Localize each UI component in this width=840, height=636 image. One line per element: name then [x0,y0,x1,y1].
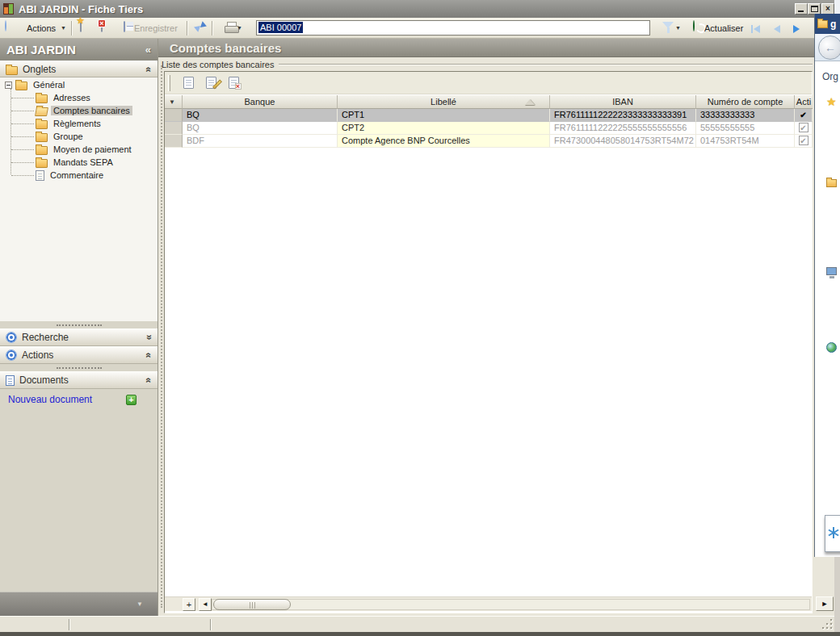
window-resize-grip[interactable] [822,619,833,630]
collapse-chevron-icon[interactable]: « [144,378,155,383]
cell-libelle[interactable]: CPT1 [338,109,550,122]
new-document-link[interactable]: Nouveau document [8,394,126,405]
sidebar-collapse-button[interactable]: « [145,44,151,56]
cancel-record-button[interactable]: × [101,21,103,32]
overlay-navigation-toolbar: ← [815,34,840,61]
libraries-folder-icon[interactable] [826,179,837,187]
document-icon [6,375,15,386]
cell-libelle[interactable]: Compte Agence BNP Courcelles [338,135,550,148]
column-header-banque[interactable]: Banque [183,95,338,109]
bank-accounts-panel: × ▼ Banque Libellé IBAN Numéro de compte… [164,71,813,613]
column-header-numero[interactable]: Numéro de compte [696,95,795,109]
filter-dropdown-icon[interactable]: ▼ [675,25,681,31]
tree-item-reglements[interactable]: Règlements [0,117,158,130]
table-row[interactable]: BQ CPT2 FR7611111222225555555555556 5555… [165,122,812,135]
grid-new-button[interactable] [180,75,196,91]
tree-item-comptes-bancaires[interactable]: Comptes bancaires [0,104,158,117]
grid-edit-button[interactable] [203,75,219,91]
tree-item-mandats-sepa[interactable]: Mandats SEPA [0,156,158,169]
column-header-libelle[interactable]: Libellé [338,95,550,109]
checkbox-checked[interactable]: ✔ [799,136,808,145]
overlay-popup-button[interactable] [825,515,840,552]
cell-actif[interactable]: ✔ [795,122,813,135]
scroll-right-button[interactable]: ► [816,596,834,611]
cell-actif[interactable]: ✔ [795,109,813,122]
add-document-button[interactable]: + [126,395,136,405]
nav-first-button[interactable] [751,23,760,33]
close-button[interactable]: × [821,3,834,15]
organize-menu-fragment[interactable]: Org [822,71,838,82]
row-indicator-cell[interactable] [165,109,183,122]
collapse-chevron-icon[interactable]: « [144,353,155,358]
scrollbar-track[interactable] [212,599,810,610]
cell-iban[interactable]: FR7611111222223333333333391 [550,109,696,122]
grid-delete-button[interactable]: × [225,75,242,91]
documents-section-header[interactable]: Documents « [0,371,158,389]
column-header-actif[interactable]: Acti [795,95,813,109]
grid-header-row: ▼ Banque Libellé IBAN Numéro de compte A… [165,95,812,109]
row-indicator-cell[interactable] [165,122,183,135]
table-row[interactable]: BDF Compte Agence BNP Courcelles FR47300… [165,135,812,148]
actions-section-header[interactable]: Actions « [0,346,158,364]
scrollbar-thumb[interactable] [213,599,291,610]
tree-item-moyen-de-paiement[interactable]: Moyen de paiement [0,143,158,156]
nav-previous-button[interactable] [774,23,780,33]
maximize-button[interactable] [808,3,821,15]
cell-iban[interactable]: FR473000448058014753RT54M72 [550,135,696,148]
add-row-button[interactable]: + [183,598,195,611]
cell-numero[interactable]: 33333333333 [696,109,795,122]
actions-dropdown-icon[interactable]: ▼ [61,25,66,31]
table-row[interactable]: BQ CPT1 FR7611111222223333333333391 3333… [165,109,812,122]
recherche-section-header[interactable]: Recherche « [0,328,158,346]
row-indicator-cell[interactable] [165,135,183,148]
onglets-section-header[interactable]: Onglets « [0,61,158,77]
sidebar-splitter[interactable] [0,321,158,328]
page-title-bar: Comptes bancaires [158,39,814,57]
record-search-input[interactable]: ABI 00007 [256,20,650,36]
cell-numero[interactable]: 55555555555 [696,122,795,135]
save-button[interactable]: Enregistrer [134,23,178,33]
cell-iban[interactable]: FR7611111222225555555555556 [550,122,696,135]
row-indicator-header[interactable]: ▼ [165,95,183,109]
tree-item-commentaire[interactable]: Commentaire [0,169,158,182]
cell-banque[interactable]: BQ [183,122,338,135]
section-label: Actions [22,349,141,361]
tree-item-general[interactable]: Général [0,78,158,91]
favorites-star-icon[interactable]: ★ [826,95,837,108]
refresh-icon [693,20,695,31]
collapse-chevron-icon[interactable]: « [144,66,155,72]
actions-menu-button[interactable]: Actions [27,23,56,33]
refresh-button[interactable]: Actualiser [704,23,743,33]
new-record-button[interactable]: ★ [80,21,82,32]
tree-item-adresses[interactable]: Adresses [0,91,158,104]
overlay-window-title-fragment: g [830,19,836,30]
back-button[interactable]: ← [818,36,840,60]
nav-next-button[interactable] [793,23,800,33]
sidebar-bottom-bar[interactable]: ▼ [0,592,158,616]
more-options-icon[interactable]: ▼ [136,600,143,608]
checkbox-checked[interactable]: ✔ [799,123,808,132]
expand-chevron-icon[interactable]: « [144,335,155,341]
checkbox-checked[interactable]: ✔ [799,110,808,119]
computer-icon[interactable] [826,267,837,275]
cell-numero[interactable]: 014753RT54M [696,135,795,148]
section-label: Recherche [22,332,141,343]
cell-banque[interactable]: BDF [183,135,338,148]
cell-actif[interactable]: ✔ [795,135,813,148]
column-header-iban[interactable]: IBAN [550,95,696,109]
folder-icon [36,94,48,103]
tree-item-groupe[interactable]: Groupe [0,130,158,143]
print-dropdown-icon[interactable]: ▼ [237,25,242,31]
sidebar-main-splitter[interactable] [158,57,164,616]
scroll-left-button[interactable]: ◄ [199,598,212,611]
collapse-expander-icon[interactable] [5,82,12,89]
toolbar-gripper[interactable] [168,75,170,91]
network-globe-icon[interactable] [826,342,837,353]
cell-banque[interactable]: BQ [183,109,338,122]
sidebar-splitter[interactable] [0,364,158,371]
grid-filter-dropdown-icon[interactable]: ▼ [169,96,175,109]
cell-libelle[interactable]: CPT2 [338,122,550,135]
grid-toolbar: × [165,72,812,94]
minimize-button[interactable] [795,3,808,15]
folder-icon [36,159,48,168]
